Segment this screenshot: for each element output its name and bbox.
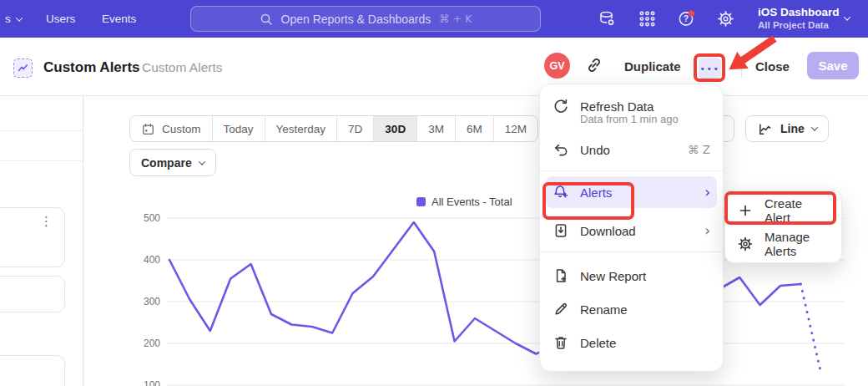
refresh-data-subtitle: Data from 1 min ago — [540, 113, 723, 125]
top-navigation-bar: s Users Events Open Reports & Dashboards… — [0, 0, 868, 38]
undo-shortcut: ⌘ Z — [688, 143, 710, 156]
menu-divider — [540, 170, 723, 171]
nav-item-boards-truncated[interactable]: s — [5, 13, 22, 25]
submenu-item-manage-alerts[interactable]: Manage Alerts — [725, 227, 841, 261]
svg-text:100: 100 — [144, 379, 160, 386]
report-type-icon — [13, 58, 33, 78]
header-divider — [741, 55, 742, 78]
menu-item-alerts[interactable]: Alerts › — [546, 176, 717, 208]
alerts-submenu: Create Alert Manage Alerts — [724, 190, 842, 263]
search-placeholder: Open Reports & Dashboards — [281, 13, 431, 26]
more-options-menu: Refresh Data Data from 1 min ago Undo ⌘ … — [539, 84, 724, 372]
menu-item-label: New Report — [580, 269, 646, 283]
menu-item-label: Alerts — [580, 185, 612, 200]
apps-grid-icon[interactable] — [638, 9, 657, 28]
menu-item-label: Refresh Data — [580, 99, 654, 114]
plus-icon — [737, 202, 754, 219]
data-management-icon[interactable] — [598, 9, 617, 28]
bell-plus-icon — [553, 184, 569, 201]
close-button[interactable]: Close — [755, 59, 790, 74]
nav-item-users[interactable]: Users — [46, 13, 75, 25]
pencil-icon — [553, 301, 569, 317]
card-kebab-menu-icon[interactable]: ⋮ — [40, 216, 53, 228]
sidebar-row-divider — [0, 160, 83, 161]
svg-text:500: 500 — [144, 212, 160, 224]
share-link-icon[interactable] — [585, 56, 603, 74]
menu-divider — [540, 251, 723, 252]
menu-item-new-report[interactable]: New Report — [540, 259, 723, 292]
duplicate-button[interactable]: Duplicate — [624, 59, 681, 74]
submenu-chevron-right-icon: › — [704, 224, 710, 238]
svg-text:400: 400 — [144, 254, 160, 266]
report-header: Custom Alerts Custom Alerts GV Duplicate… — [0, 38, 868, 96]
menu-item-label: Undo — [580, 143, 610, 157]
project-chevron-down-icon[interactable] — [844, 13, 850, 20]
menu-item-undo[interactable]: Undo ⌘ Z — [540, 133, 723, 166]
submenu-item-label: Create Alert — [765, 196, 830, 225]
menu-item-label: Download — [580, 224, 636, 238]
legend-color-swatch — [416, 197, 426, 206]
project-switcher[interactable]: iOS Dashboard All Project Data — [758, 5, 840, 31]
undo-icon — [553, 141, 569, 158]
gear-icon — [737, 236, 754, 252]
global-search-input[interactable]: Open Reports & Dashboards ⌘ + K — [190, 6, 541, 32]
search-icon — [260, 13, 273, 26]
nav-item-events[interactable]: Events — [102, 13, 136, 25]
menu-item-rename[interactable]: Rename — [540, 292, 723, 326]
sidebar-card: ⋮ — [0, 207, 65, 267]
nav-item-label: s — [5, 13, 11, 25]
avatar[interactable]: GV — [544, 53, 570, 79]
search-shortcut-hint: ⌘ + K — [439, 13, 472, 25]
breadcrumb: Custom Alerts — [142, 60, 222, 75]
submenu-item-create-alert[interactable]: Create Alert — [725, 194, 841, 227]
trash-icon — [553, 334, 569, 351]
svg-text:300: 300 — [144, 296, 160, 307]
sidebar-row-divider — [0, 130, 83, 131]
submenu-chevron-right-icon: › — [704, 185, 710, 200]
menu-item-download[interactable]: Download › — [540, 214, 723, 247]
notification-dot — [689, 10, 694, 16]
legend-series-label: All Events - Total — [431, 196, 512, 208]
chart-legend[interactable]: All Events - Total — [416, 196, 512, 208]
submenu-item-label: Manage Alerts — [765, 230, 830, 258]
refresh-icon — [553, 98, 569, 114]
project-scope: All Project Data — [758, 19, 840, 31]
menu-item-label: Delete — [580, 336, 616, 350]
sidebar-card — [0, 355, 65, 386]
page-title: Custom Alerts — [43, 59, 140, 76]
app-window: s Users Events Open Reports & Dashboards… — [0, 0, 868, 386]
sidebar-card — [0, 276, 65, 312]
menu-item-label: Rename — [580, 302, 628, 317]
help-icon[interactable]: ? — [677, 9, 696, 28]
svg-text:200: 200 — [144, 338, 160, 349]
menu-item-delete[interactable]: Delete — [540, 326, 723, 359]
project-name: iOS Dashboard — [758, 5, 840, 19]
svg-text:?: ? — [684, 14, 689, 23]
settings-gear-icon[interactable] — [716, 9, 735, 28]
save-button[interactable]: Save — [807, 52, 859, 79]
new-report-icon — [553, 267, 569, 284]
download-icon — [553, 222, 569, 239]
chevron-down-icon — [16, 14, 23, 21]
more-options-button[interactable]: ••• — [699, 58, 721, 79]
